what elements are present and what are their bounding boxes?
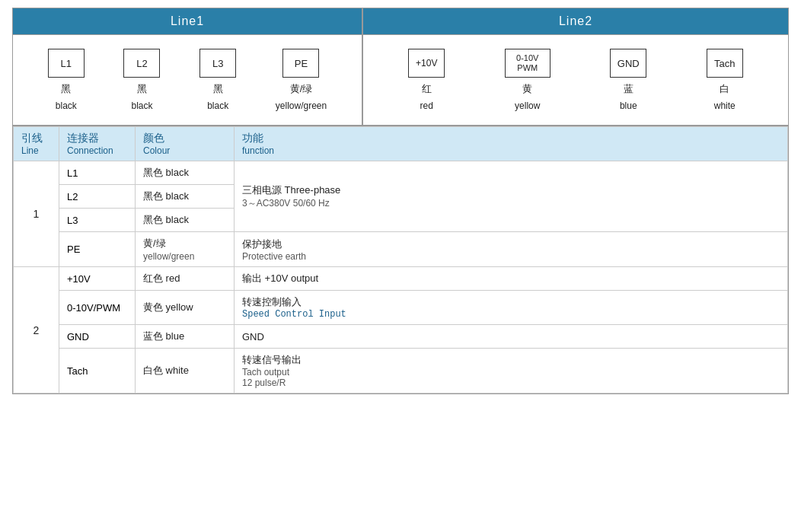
diagram-line1: L1 黑 black L2 黑 black L3 黑 black PE 黄/绿 … — [13, 35, 363, 125]
connector-box-Tach: Tach — [707, 49, 743, 78]
connector-cn-L3: 黑 — [213, 82, 223, 96]
connection-L3: L3 — [59, 209, 136, 232]
connector-cn-PWM: 黄 — [522, 82, 532, 96]
table-row: GND 蓝色 blue GND — [14, 325, 788, 349]
connection-0-10V-PWM: 0-10V/PWM — [59, 291, 136, 325]
colour-L3: 黑色 black — [136, 209, 235, 232]
th-connection-en: Connection — [67, 145, 127, 156]
connector-PWM: 0-10V PWM 黄 yellow — [505, 49, 550, 111]
colour-PE: 黄/绿 yellow/green — [136, 232, 235, 267]
header-line1: Line1 — [13, 8, 363, 34]
th-connection: 连接器 Connection — [59, 127, 136, 161]
connector-en-Tach: white — [714, 100, 736, 111]
connection-GND: GND — [59, 325, 136, 349]
connector-cn-Tach: 白 — [720, 82, 729, 96]
connection-Tach: Tach — [59, 349, 136, 393]
connection-L1: L1 — [59, 161, 136, 185]
diagram-section: L1 黑 black L2 黑 black L3 黑 black PE 黄/绿 … — [13, 34, 788, 126]
th-colour-en: Colour — [143, 145, 226, 156]
connector-L3: L3 黑 black — [199, 49, 236, 111]
connection-L2: L2 — [59, 185, 136, 209]
data-table: 引线 Line 连接器 Connection 颜色 Colour 功能 func… — [13, 126, 788, 393]
connector-box-L2: L2 — [123, 49, 160, 78]
th-line-cn: 引线 — [21, 132, 51, 145]
th-line-en: Line — [21, 145, 51, 156]
th-function-cn: 功能 — [242, 132, 780, 145]
table-row: 2 +10V 红色 red 输出 +10V output — [14, 267, 788, 291]
colour-PWM: 黄色 yellow — [136, 291, 235, 325]
connector-cn-PE: 黄/绿 — [290, 82, 313, 96]
connector-L2: L2 黑 black — [123, 49, 160, 111]
table-row: PE 黄/绿 yellow/green 保护接地 Protective eart… — [14, 232, 788, 267]
function-GND: GND — [235, 325, 788, 349]
connector-cn-GND: 蓝 — [624, 82, 633, 96]
line-number-2: 2 — [14, 267, 59, 393]
colour-GND: 蓝色 blue — [136, 325, 235, 349]
th-function-en: function — [242, 145, 780, 156]
connector-pwm-line2: PWM — [517, 63, 538, 73]
connector-en-L1: black — [56, 100, 77, 111]
connector-pwm-line1: 0-10V — [516, 53, 538, 63]
connector-box-GND: GND — [610, 49, 646, 78]
th-colour-cn: 颜色 — [143, 132, 226, 145]
connector-en-PWM: yellow — [515, 100, 540, 111]
connector-en-PE: yellow/green — [276, 100, 327, 111]
table-row: 1 L1 黑色 black 三相电源 Three-phase 3～AC380V … — [14, 161, 788, 185]
table-row: 0-10V/PWM 黄色 yellow 转速控制输入 Speed Control… — [14, 291, 788, 325]
colour-10V: 红色 red — [136, 267, 235, 291]
th-function: 功能 function — [235, 127, 788, 161]
function-PE: 保护接地 Protective earth — [235, 232, 788, 267]
colour-L2: 黑色 black — [136, 185, 235, 209]
table-row: Tach 白色 white 转速信号输出 Tach output 12 puls… — [14, 349, 788, 393]
connector-Tach: Tach 白 white — [707, 49, 743, 111]
line2-header-label: Line2 — [559, 14, 592, 27]
connector-box-L3: L3 — [199, 49, 236, 78]
connector-L1: L1 黑 black — [48, 49, 85, 111]
colour-Tach: 白色 white — [136, 349, 235, 393]
line1-header-label: Line1 — [171, 14, 204, 27]
connector-en-10V: red — [420, 100, 433, 111]
table-header-row: 引线 Line 连接器 Connection 颜色 Colour 功能 func… — [14, 127, 788, 161]
th-line: 引线 Line — [14, 127, 59, 161]
connector-en-L3: black — [207, 100, 228, 111]
connector-box-L1: L1 — [48, 49, 85, 78]
connector-cn-10V: 红 — [422, 82, 432, 96]
connector-box-PE: PE — [282, 49, 319, 78]
colour-L1: 黑色 black — [136, 161, 235, 185]
diagram-line2: +10V 红 red 0-10V PWM 黄 yellow GND 蓝 blue… — [363, 35, 788, 125]
connection-10V: +10V — [59, 267, 136, 291]
function-three-phase: 三相电源 Three-phase 3～AC380V 50/60 Hz — [235, 161, 788, 232]
main-container: Line1 Line2 L1 黑 black L2 黑 black L3 黑 b… — [12, 8, 789, 394]
header-line2: Line2 — [363, 8, 788, 34]
connector-en-GND: blue — [620, 100, 637, 111]
connector-cn-L1: 黑 — [61, 82, 71, 96]
connector-en-L2: black — [131, 100, 152, 111]
function-Tach: 转速信号输出 Tach output 12 pulse/R — [235, 349, 788, 393]
connector-PE: PE 黄/绿 yellow/green — [276, 49, 327, 111]
connector-cn-L2: 黑 — [137, 82, 147, 96]
header-row: Line1 Line2 — [13, 8, 788, 34]
connector-10V: +10V 红 red — [408, 49, 445, 111]
connector-GND: GND 蓝 blue — [610, 49, 646, 111]
th-connection-cn: 连接器 — [67, 132, 127, 145]
function-PWM: 转速控制输入 Speed Control Input — [235, 291, 788, 325]
connector-box-10V: +10V — [408, 49, 445, 78]
th-colour: 颜色 Colour — [136, 127, 235, 161]
connector-box-PWM: 0-10V PWM — [505, 49, 550, 78]
function-10V: 输出 +10V output — [235, 267, 788, 291]
connection-PE: PE — [59, 232, 136, 267]
line-number-1: 1 — [14, 161, 59, 267]
